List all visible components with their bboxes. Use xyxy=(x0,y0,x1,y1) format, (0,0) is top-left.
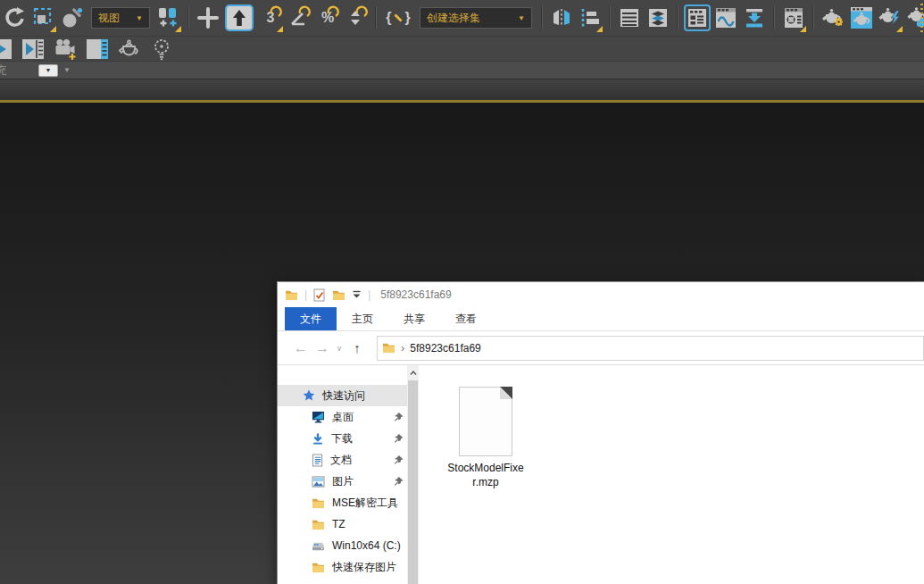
explorer-titlebar[interactable]: | | 5f8923c61fa69 xyxy=(278,282,924,307)
align-icon[interactable] xyxy=(577,4,604,32)
create-camera-icon[interactable] xyxy=(52,35,79,63)
sidebar-item-mse-folder[interactable]: MSE解密工具 xyxy=(278,492,407,513)
flyout-corner xyxy=(800,26,806,32)
document-icon xyxy=(312,454,323,467)
angle-snap-icon[interactable] xyxy=(286,4,312,32)
scene-explorer-icon[interactable] xyxy=(645,4,671,32)
view-combo[interactable]: 视图 ▼ xyxy=(91,7,150,29)
explorer-content: 快速访问 桌面 下载 文档 xyxy=(278,365,924,584)
play-animation-icon[interactable] xyxy=(20,35,46,63)
sidebar-item-quick-access[interactable]: 快速访问 xyxy=(278,385,407,406)
ribbon-tabs: 文件 主页 共享 查看 xyxy=(278,307,924,331)
chevron-down-icon[interactable]: ▼ xyxy=(63,66,71,74)
select-and-move-icon[interactable] xyxy=(195,4,221,32)
mini-dropdown-button[interactable]: ▼ xyxy=(38,64,58,77)
snap-hook-icon xyxy=(298,5,312,19)
explorer-window: | | 5f8923c61fa69 文件 主页 共享 查看 ← → ∨ ↑ › … xyxy=(277,281,924,584)
toolbar-separator xyxy=(541,6,543,29)
download-icon xyxy=(312,432,324,446)
toolbar-separator xyxy=(773,6,775,29)
selection-filter-icon[interactable] xyxy=(155,4,182,32)
customize-toolbar-caret-icon[interactable] xyxy=(352,290,362,299)
breadcrumb[interactable]: 5f8923c61fa69 xyxy=(410,342,480,355)
max-docked-toolbar-strip: 充 ▼ ▼ xyxy=(0,61,924,79)
toolbar-separator xyxy=(677,6,678,29)
render-setup-icon[interactable] xyxy=(820,4,846,32)
render-presets-icon[interactable] xyxy=(780,4,807,32)
play-grid-icon[interactable] xyxy=(0,35,14,63)
import-icon[interactable] xyxy=(741,4,768,32)
create-selection-set-combo[interactable]: 创建选择集 ▼ xyxy=(420,7,532,29)
up-icon[interactable]: ↑ xyxy=(345,340,369,355)
viewport-layout-icon[interactable] xyxy=(84,35,111,63)
flyout-corner xyxy=(896,26,903,32)
sidebar-item-downloads[interactable]: 下载 xyxy=(278,428,407,449)
properties-check-icon[interactable] xyxy=(313,288,326,302)
pin-icon[interactable] xyxy=(394,433,404,444)
sidebar-item-desktop[interactable]: 桌面 xyxy=(278,406,407,428)
pin-icon[interactable] xyxy=(394,476,404,487)
sidebar-item-documents[interactable]: 文档 xyxy=(278,449,407,471)
light-bulb-icon[interactable] xyxy=(148,35,175,63)
clipped-toolbar-glyph: 充 xyxy=(0,63,6,79)
ribbon-toggle-button[interactable] xyxy=(684,4,711,31)
window-title: 5f8923c61fa69 xyxy=(380,288,451,301)
pin-icon[interactable] xyxy=(394,455,404,465)
breadcrumb-chevron-icon: › xyxy=(401,341,404,355)
forward-icon[interactable]: → xyxy=(312,340,333,356)
navigation-pane: 快速访问 桌面 下载 文档 xyxy=(278,365,407,584)
desktop-icon xyxy=(312,411,325,423)
sidebar-scrollbar[interactable] xyxy=(407,365,419,584)
snap-hook-icon xyxy=(355,5,369,19)
edit-named-selection-sets-icon[interactable]: { } xyxy=(382,4,414,32)
select-arrow-icon xyxy=(230,8,248,28)
sidebar-item-c-drive[interactable]: Win10x64 (C:) xyxy=(278,535,407,556)
sidebar-item-quicksave-folder[interactable]: 快速保存图片 xyxy=(278,556,407,578)
blank-file-icon xyxy=(459,387,512,456)
snap-hook-icon xyxy=(270,5,283,19)
quick-render-icon[interactable] xyxy=(877,4,903,32)
rendered-frame-window-icon[interactable] xyxy=(848,4,875,32)
scrollbar-up-button[interactable] xyxy=(407,365,419,380)
recent-locations-chevron-icon[interactable]: ∨ xyxy=(333,344,345,353)
select-object-button[interactable] xyxy=(225,4,254,31)
create-selection-set-value: 创建选择集 xyxy=(427,11,480,26)
max-secondary-toolbar xyxy=(0,36,924,61)
file-item[interactable]: StockModelFixer.mzp xyxy=(439,387,532,489)
tab-home[interactable]: 主页 xyxy=(337,307,388,330)
toolbar-separator xyxy=(375,6,377,29)
redo-icon[interactable] xyxy=(2,4,29,32)
tab-view[interactable]: 查看 xyxy=(440,307,492,330)
curve-editor-icon[interactable] xyxy=(712,4,739,32)
navigation-bar: ← → ∨ ↑ › 5f8923c61fa69 xyxy=(278,331,924,365)
tab-file[interactable]: 文件 xyxy=(285,307,337,330)
mirror-icon[interactable] xyxy=(548,4,575,32)
toolbar-separator xyxy=(609,6,611,29)
file-name: StockModelFixer.mzp xyxy=(445,461,527,489)
folder-icon xyxy=(312,497,325,509)
tab-share[interactable]: 共享 xyxy=(388,307,440,330)
use-center-icon[interactable] xyxy=(59,4,86,32)
layer-explorer-icon[interactable] xyxy=(616,4,643,32)
sidebar-item-pictures[interactable]: 图片 xyxy=(278,471,407,492)
toolbar-edge-handle[interactable] xyxy=(920,4,923,32)
rectangular-selection-region-icon[interactable] xyxy=(30,4,57,32)
snap-hook-icon xyxy=(327,5,340,19)
teapot-outline-icon[interactable] xyxy=(116,35,143,63)
file-list[interactable]: StockModelFixer.mzp xyxy=(407,365,924,584)
flyout-corner xyxy=(596,26,603,32)
pin-icon[interactable] xyxy=(394,412,404,422)
percent-snap-icon[interactable]: % xyxy=(314,4,341,32)
back-icon[interactable]: ← xyxy=(290,340,312,356)
toolbar-separator xyxy=(187,6,189,29)
scrollbar-thumb[interactable] xyxy=(408,380,418,584)
pencil-icon xyxy=(393,13,404,24)
drive-icon xyxy=(312,540,325,552)
sidebar-item-tz-folder[interactable]: TZ xyxy=(278,513,407,535)
new-folder-icon[interactable] xyxy=(332,289,345,301)
spinner-snap-icon[interactable] xyxy=(343,4,370,32)
screen: 视图 ▼ 3 % xyxy=(0,0,924,584)
snap-toggle-3d-icon[interactable]: 3 xyxy=(257,4,284,32)
address-bar[interactable]: › 5f8923c61fa69 xyxy=(377,336,924,361)
max-main-toolbar: 视图 ▼ 3 % xyxy=(0,0,924,36)
